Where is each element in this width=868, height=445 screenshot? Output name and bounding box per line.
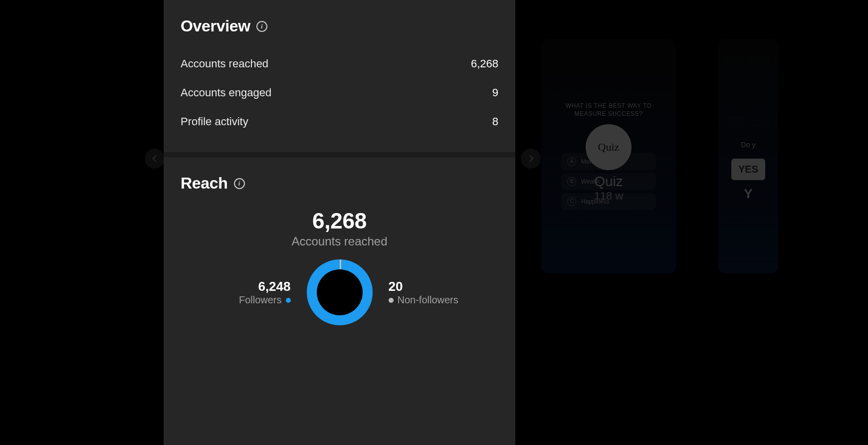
- overview-row-accounts-reached[interactable]: Accounts reached 6,268: [181, 51, 498, 76]
- quiz-option-c: C Happiness: [561, 193, 656, 210]
- overview-row-accounts-engaged[interactable]: Accounts engaged 9: [181, 80, 498, 105]
- overview-section: Overview i Accounts reached 6,268 Accoun…: [164, 0, 515, 152]
- followers-value: 6,248: [211, 279, 291, 294]
- non-followers-label: Non-followers: [398, 294, 458, 306]
- avatar: Quiz: [586, 124, 632, 170]
- poll-prompt: Do y: [741, 141, 756, 149]
- story-thumbnail-quiz[interactable]: WHAT IS THE BEST WAY TO MEASURE SUCCESS?…: [541, 39, 676, 273]
- story-thumbnail-poll[interactable]: Do y YES Y: [718, 39, 778, 273]
- followers-label: Followers: [239, 294, 282, 306]
- reach-section: Reach i 6,268 Accounts reached 6,248 Fol…: [164, 157, 515, 339]
- reach-title: Reach: [181, 174, 228, 193]
- reach-non-followers: 20 Non-followers: [389, 279, 468, 306]
- poll-overlay-letter: Y: [744, 186, 752, 202]
- reach-followers: 6,248 Followers: [211, 279, 291, 306]
- legend-dot-followers: [286, 298, 291, 303]
- section-divider: [164, 152, 515, 157]
- info-icon[interactable]: i: [256, 21, 267, 32]
- row-label: Profile activity: [181, 115, 248, 128]
- info-icon[interactable]: i: [234, 178, 245, 189]
- reach-headline: 6,268 Accounts reached: [181, 209, 498, 248]
- reach-total-value: 6,268: [181, 209, 498, 233]
- reach-total-label: Accounts reached: [181, 234, 498, 248]
- poll-option-yes: YES: [731, 159, 765, 180]
- reach-breakdown: 6,248 Followers 20 Non-followers: [181, 259, 498, 325]
- quiz-heading: WHAT IS THE BEST WAY TO MEASURE SUCCESS?: [559, 102, 659, 118]
- row-label: Accounts engaged: [181, 86, 271, 99]
- chevron-right-icon: [526, 155, 533, 162]
- overview-title: Overview: [181, 17, 250, 35]
- insights-panel: Overview i Accounts reached 6,268 Accoun…: [164, 0, 515, 445]
- legend-dot-non-followers: [389, 298, 394, 303]
- chevron-left-icon: [152, 155, 159, 162]
- non-followers-value: 20: [389, 279, 468, 294]
- row-value: 9: [492, 86, 498, 99]
- next-story-button[interactable]: [521, 149, 541, 169]
- row-value: 8: [492, 115, 498, 128]
- prev-story-button[interactable]: [145, 149, 165, 169]
- quiz-option-b: B Wealth: [561, 173, 656, 190]
- overview-row-profile-activity[interactable]: Profile activity 8: [181, 109, 498, 134]
- row-value: 6,268: [471, 57, 498, 70]
- reach-donut-chart: [307, 259, 373, 325]
- row-label: Accounts reached: [181, 57, 268, 70]
